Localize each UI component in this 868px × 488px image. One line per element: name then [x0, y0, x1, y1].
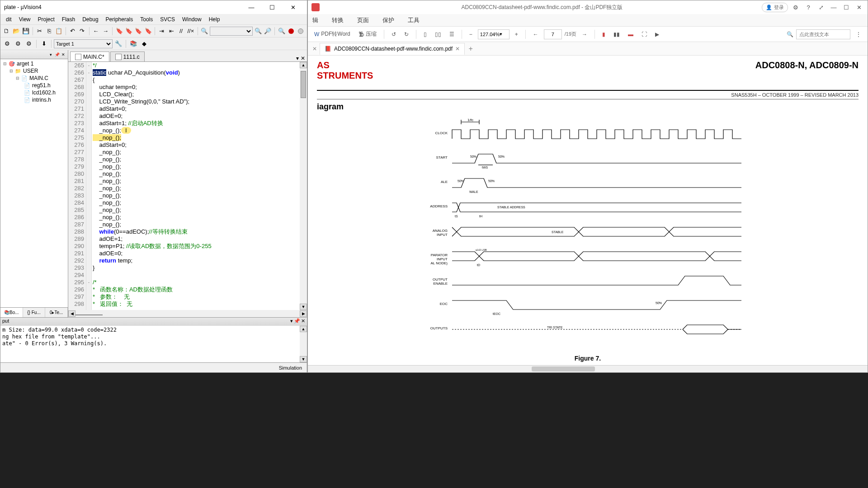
zoom-out-icon[interactable]: −: [467, 30, 475, 39]
menu-help[interactable]: Help: [205, 16, 224, 23]
download-icon[interactable]: ⬇: [39, 39, 49, 49]
comment-icon[interactable]: //: [177, 26, 185, 36]
tab-close-icon[interactable]: ✕: [455, 46, 460, 52]
code-line[interactable]: _nop_(); I: [93, 127, 299, 134]
uncomment-icon[interactable]: //×: [186, 26, 195, 36]
h-scroll-thumb[interactable]: [75, 314, 103, 315]
undo-icon[interactable]: ↶: [68, 26, 77, 36]
menu-svcs[interactable]: SVCS: [156, 16, 179, 23]
pdf-to-word-button[interactable]: W PDF转Word: [311, 29, 353, 39]
continuous-icon[interactable]: ☰: [447, 30, 457, 39]
new-file-icon[interactable]: 🗋: [2, 26, 11, 36]
project-tab[interactable]: {} Fu...: [23, 308, 46, 317]
code-line[interactable]: _nop_();: [93, 134, 299, 141]
pdf-maximize-button[interactable]: ☐: [841, 2, 851, 12]
pdf-horizontal-scrollbar[interactable]: [308, 365, 868, 372]
nav-back-icon[interactable]: ←: [91, 26, 100, 36]
menu-view[interactable]: View: [15, 16, 34, 23]
paste-icon[interactable]: 📋: [55, 26, 63, 36]
code-line[interactable]: _nop_();: [93, 149, 299, 156]
code-line[interactable]: _nop_();: [93, 163, 299, 170]
code-line[interactable]: * 参数： 无: [93, 293, 299, 300]
bookmark-icon[interactable]: 🔖: [115, 26, 123, 36]
build-all-icon[interactable]: ⚙: [13, 39, 23, 49]
help-icon[interactable]: ?: [803, 2, 813, 12]
settings-icon[interactable]: ⚙: [791, 2, 801, 12]
find-icon[interactable]: 🔍: [200, 26, 208, 36]
two-page-icon[interactable]: ▯▯: [432, 30, 444, 39]
view-mode-3-icon[interactable]: ▬: [625, 30, 636, 39]
nav-fwd-icon[interactable]: →: [101, 26, 110, 36]
find-combo[interactable]: [210, 27, 253, 36]
pane-dropdown-icon[interactable]: ▾: [48, 52, 53, 57]
manage-components-icon[interactable]: ◆: [139, 39, 149, 49]
outdent-icon[interactable]: ⇤: [167, 26, 176, 36]
fold-column[interactable]: ---: [86, 62, 92, 310]
cut-icon[interactable]: ✂: [35, 26, 44, 36]
menu-dit[interactable]: dit: [2, 16, 15, 23]
code-line[interactable]: {: [93, 76, 299, 84]
code-body[interactable]: */static uchar AD_Acquisition(void){ uch…: [92, 62, 300, 310]
code-line[interactable]: _nop_();: [93, 185, 299, 192]
minimize-button[interactable]: —: [241, 0, 262, 14]
tree-item[interactable]: ⊟🎯arget 1: [1, 60, 67, 67]
code-line[interactable]: _nop_();: [93, 178, 299, 185]
horizontal-scrollbar[interactable]: ◀ ▶: [68, 310, 307, 317]
pdf-menu-item[interactable]: 辑: [312, 16, 318, 24]
project-tab[interactable]: 📚Bo...: [0, 308, 23, 317]
disable-bp-icon[interactable]: [297, 26, 305, 36]
code-line[interactable]: adOE=0;: [93, 250, 299, 257]
rotate-cw-icon[interactable]: ↻: [401, 30, 411, 39]
code-line[interactable]: }: [93, 264, 299, 272]
tree-item[interactable]: 📄reg51.h: [1, 82, 67, 89]
breakpoint-icon[interactable]: [287, 26, 295, 36]
prev-page-icon[interactable]: ←: [530, 30, 541, 39]
add-tab-button[interactable]: +: [465, 43, 476, 55]
menu-project[interactable]: Project: [34, 16, 58, 23]
code-line[interactable]: LCD_Write_String(0,0," Start AD");: [93, 98, 299, 105]
search-input[interactable]: [796, 29, 850, 39]
code-line[interactable]: * 返回值： 无: [93, 300, 299, 308]
output-scroll-down-icon[interactable]: ▼: [300, 356, 307, 362]
pdf-titlebar[interactable]: ADC0809CCN-datasheet-pdf-www.findic.com.…: [308, 0, 868, 14]
pane-pin-icon[interactable]: 📌: [54, 52, 60, 57]
rebuild-icon[interactable]: ⚙: [24, 39, 34, 49]
project-tab[interactable]: 0▸Te...: [45, 308, 68, 317]
bookmark-next-icon[interactable]: 🔖: [134, 26, 143, 36]
project-tree[interactable]: ⊟🎯arget 1⊟📁USER⊟📄MAIN.C📄reg51.h📄lcd1602.…: [0, 59, 68, 307]
compact-icon[interactable]: ⤢: [816, 2, 826, 12]
page-number-input[interactable]: [544, 29, 562, 39]
manage-icon[interactable]: 📚: [128, 39, 138, 49]
zoom-in-icon[interactable]: +: [512, 30, 521, 39]
debug-icon[interactable]: 🔍: [277, 26, 286, 36]
view-mode-2-icon[interactable]: ▮▮: [611, 30, 623, 39]
pdf-menu-item[interactable]: 保护: [382, 16, 394, 24]
editor-tab[interactable]: MAIN.C*: [70, 52, 109, 61]
redo-icon[interactable]: ↷: [78, 26, 86, 36]
code-line[interactable]: uchar temp=0;: [93, 84, 299, 91]
rotate-ccw-icon[interactable]: ↺: [389, 30, 399, 39]
menu-window[interactable]: Window: [179, 16, 205, 23]
code-line[interactable]: _nop_();: [93, 214, 299, 221]
save-icon[interactable]: 💾: [22, 26, 30, 36]
scroll-down-icon[interactable]: ▼: [300, 304, 307, 310]
code-line[interactable]: return temp;: [93, 257, 299, 264]
pdf-menu-item[interactable]: 转换: [332, 16, 344, 24]
code-line[interactable]: _nop_();: [93, 199, 299, 206]
zoom-level[interactable]: 127.04% ▾: [478, 29, 509, 39]
bookmark-prev-icon[interactable]: 🔖: [124, 26, 133, 36]
code-line[interactable]: /*: [93, 279, 299, 286]
menu-peripherals[interactable]: Peripherals: [102, 16, 137, 23]
pdf-file-tab[interactable]: 📕 ADC0809CCN-datasheet-pdf-www.findic.co…: [320, 43, 465, 55]
code-line[interactable]: [93, 272, 299, 279]
code-line[interactable]: adStart=0;: [93, 141, 299, 149]
menu-flash[interactable]: Flash: [58, 16, 79, 23]
tree-item[interactable]: ⊟📁USER: [1, 67, 67, 75]
pdf-menu-item[interactable]: 工具: [408, 16, 420, 24]
pdf-scroll-thumb[interactable]: [532, 366, 595, 371]
output-pin-icon[interactable]: 📌: [294, 318, 300, 325]
scroll-up-icon[interactable]: ▲: [300, 62, 307, 68]
tab-list-icon[interactable]: ▾: [296, 55, 299, 61]
tree-item[interactable]: 📄intrins.h: [1, 96, 67, 103]
target-combo[interactable]: Target 1: [54, 39, 113, 48]
